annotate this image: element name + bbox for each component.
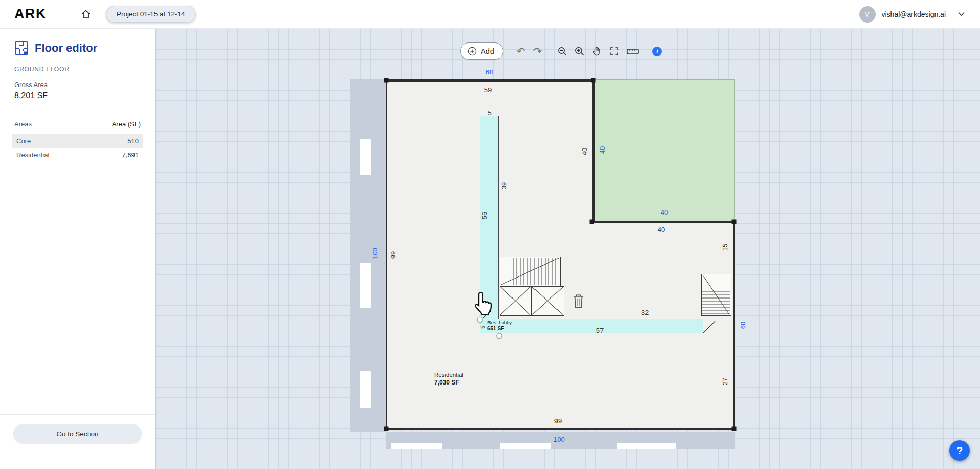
res-lobby-band[interactable] <box>480 319 703 333</box>
elevator-shaft[interactable] <box>500 286 531 316</box>
row-value: 510 <box>127 137 139 145</box>
lobby-label: Res. Lobby 651 SF <box>487 319 512 332</box>
redo-button[interactable]: ↷ <box>533 46 542 56</box>
lane-marking <box>617 443 676 449</box>
dim-label: 57 <box>596 327 604 334</box>
page-title: Floor editor <box>35 41 97 55</box>
stairs[interactable] <box>500 257 561 287</box>
row-name: Core <box>16 137 31 145</box>
residential-label: Residential 7,030 SF <box>434 371 463 387</box>
row-value: 7,691 <box>122 151 139 159</box>
areas-table: Core 510 Residential 7,691 <box>0 134 155 162</box>
undo-button[interactable]: ↶ <box>517 46 525 56</box>
add-label: Add <box>481 47 494 55</box>
wall-right[interactable] <box>733 221 735 430</box>
measure-button[interactable] <box>627 46 639 56</box>
dim-label: 40 <box>581 148 588 155</box>
zoom-out-icon <box>557 46 567 56</box>
sidebar: Floor editor GROUND FLOOR Gross Area 8,2… <box>0 29 155 469</box>
help-button[interactable]: ? <box>949 440 970 461</box>
stairs[interactable] <box>701 274 731 316</box>
dim-label: 100 <box>371 248 379 259</box>
app-window: ARK Project 01-15 at 12-14 V vishal@arkd… <box>0 0 980 469</box>
table-row-residential[interactable]: Residential 7,691 <box>12 148 143 162</box>
green-open-area[interactable] <box>595 79 735 221</box>
row-name: Residential <box>16 151 49 159</box>
ruler-icon <box>627 46 639 56</box>
zoom-in-button[interactable] <box>574 46 585 56</box>
redo-icon: ↷ <box>533 46 542 56</box>
floor-editor-icon <box>14 41 29 55</box>
zoom-in-icon <box>574 46 585 56</box>
hand-icon <box>592 46 602 56</box>
areas-label: Areas <box>14 120 32 128</box>
dim-label: 39 <box>500 182 508 189</box>
elevator-shaft[interactable] <box>531 286 564 316</box>
dim-label: 59 <box>484 86 492 94</box>
wall-left[interactable] <box>386 79 387 430</box>
dim-label: 99 <box>554 417 562 425</box>
ark-logo: ARK <box>14 6 47 22</box>
lane-marking <box>360 139 371 175</box>
dim-label: 15 <box>721 244 729 251</box>
dim-label: 40 <box>598 146 606 154</box>
fit-view-icon <box>609 46 619 56</box>
lane-marking <box>500 443 551 449</box>
user-email: vishal@arkdesign.ai <box>882 10 946 18</box>
lane-marking <box>360 371 371 408</box>
gross-area-label: Gross Area <box>14 81 141 89</box>
floor-name: GROUND FLOOR <box>14 66 141 73</box>
dim-label: 40 <box>661 208 668 216</box>
dim-label: 5 <box>480 326 486 329</box>
add-button[interactable]: Add <box>460 42 503 60</box>
canvas[interactable]: Add ↶ ↷ <box>155 29 980 469</box>
undo-icon: ↶ <box>517 46 525 56</box>
wall-top[interactable] <box>386 79 595 82</box>
info-icon: i <box>652 47 662 56</box>
wall-joint[interactable] <box>732 427 737 431</box>
selection-handle[interactable] <box>477 317 483 323</box>
account-menu-button[interactable] <box>958 12 965 16</box>
plus-icon <box>467 47 477 56</box>
dim-label: 32 <box>641 309 649 316</box>
wall-bottom[interactable] <box>386 428 735 430</box>
home-icon <box>80 9 92 20</box>
wall-joint[interactable] <box>384 78 389 83</box>
selection-handle[interactable] <box>497 333 502 339</box>
lane-marking <box>391 443 442 449</box>
project-pill[interactable]: Project 01-15 at 12-14 <box>106 6 196 23</box>
wall-mid-vertical[interactable] <box>592 79 595 223</box>
dim-label: 40 <box>658 226 665 233</box>
wall-joint[interactable] <box>732 220 737 224</box>
fit-view-button[interactable] <box>609 46 619 56</box>
avatar[interactable]: V <box>859 6 876 23</box>
dim-label: 56 <box>481 212 488 219</box>
wall-green-bottom[interactable] <box>591 221 735 223</box>
pan-button[interactable] <box>592 46 602 56</box>
dim-label: 27 <box>721 378 729 385</box>
dim-label: 5 <box>487 109 491 117</box>
cursor-hand <box>473 291 494 316</box>
home-button[interactable] <box>80 9 92 20</box>
floor-plan: 60 59 5 56 39 40 40 40 40 15 99 100 32 5… <box>155 29 980 469</box>
divider <box>0 111 155 111</box>
trash-icon[interactable] <box>572 293 585 311</box>
dim-label: 60 <box>739 322 747 329</box>
wall-joint[interactable] <box>591 78 596 83</box>
go-to-section-button[interactable]: Go to Section <box>13 424 142 443</box>
topbar: ARK Project 01-15 at 12-14 V vishal@arkd… <box>0 0 980 29</box>
canvas-toolbar: Add ↶ ↷ <box>460 42 662 60</box>
info-button[interactable]: i <box>652 47 662 56</box>
dim-label: 99 <box>389 251 397 259</box>
dim-label: 100 <box>553 436 565 443</box>
areas-column-header: Area (SF) <box>112 120 141 128</box>
table-row-core[interactable]: Core 510 <box>12 134 143 148</box>
wall-joint[interactable] <box>384 427 389 431</box>
lane-marking <box>360 263 371 308</box>
gross-area-value: 8,201 SF <box>14 91 141 100</box>
dim-label: 60 <box>486 68 493 76</box>
wall-joint[interactable] <box>590 220 594 224</box>
chevron-down-icon <box>958 12 965 16</box>
zoom-out-button[interactable] <box>557 46 567 56</box>
